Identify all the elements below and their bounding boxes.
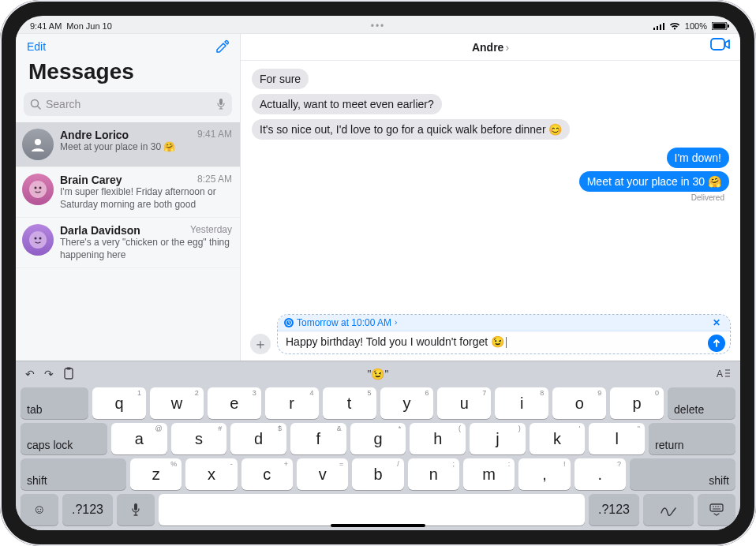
send-button[interactable] [708,335,725,352]
wifi-icon [669,22,680,30]
conversation-item[interactable]: Brain Carey 8:25 AM I'm super flexible! … [16,167,240,218]
caps-lock-key[interactable]: caps lock [21,423,107,454]
search-input[interactable]: Search [24,92,232,116]
numeric-key-left[interactable]: .?123 [62,494,113,525]
key-u[interactable]: 7u [437,387,491,419]
key-n[interactable]: ;n [408,458,459,490]
chevron-right-icon: › [395,318,397,327]
return-key[interactable]: return [649,423,735,454]
space-key[interactable] [159,494,585,525]
keyboard-suggestion[interactable]: "😉" [368,368,389,380]
message-input[interactable]: Happy birthday! Told you I wouldn't forg… [278,331,730,353]
outgoing-message[interactable]: I'm down! [667,148,729,168]
dismiss-keyboard-key[interactable] [698,494,735,525]
key-c[interactable]: +c [241,458,293,490]
svg-point-18 [286,320,292,325]
key-l[interactable]: "l [589,423,645,454]
conversation-name: Andre Lorico [60,129,129,141]
status-bar: 9:41 AM Mon Jun 10 ••• 100% [16,16,740,33]
cancel-schedule-button[interactable]: ✕ [709,317,724,328]
svg-point-13 [39,187,42,189]
redo-icon[interactable]: ↷ [44,368,54,380]
key-z[interactable]: %z [130,458,182,490]
svg-rect-23 [710,504,723,511]
key-j[interactable]: )j [470,423,526,454]
svg-point-10 [35,139,41,145]
conversation-name: Darla Davidson [60,224,140,237]
microphone-icon[interactable] [216,98,226,110]
edit-button[interactable]: Edit [27,40,46,53]
undo-icon[interactable]: ↶ [25,368,35,380]
conversation-item[interactable]: Darla Davidson Yesterday There's a very … [16,218,240,268]
emoji-key[interactable]: ☺ [21,494,58,525]
conversation-title: Andre [472,41,503,54]
avatar [22,129,54,160]
battery-percent: 100% [685,21,707,31]
search-icon [30,99,41,110]
key-r[interactable]: 4r [265,387,319,419]
svg-rect-2 [660,24,661,30]
key-w[interactable]: 2w [150,387,204,419]
scheduled-send-banner[interactable]: Tomorrow at 10:00 AM › ✕ [278,315,730,331]
text-format-icon[interactable]: A [717,368,731,381]
conversation-item[interactable]: Andre Lorico 9:41 AM Meet at your place … [16,122,240,167]
key-period[interactable]: ?. [574,458,626,490]
key-p[interactable]: 0p [610,387,664,419]
incoming-message[interactable]: Actually, want to meet even earlier? [252,94,442,114]
svg-rect-19 [65,368,73,379]
message-input-text: Happy birthday! Told you I wouldn't forg… [286,335,504,348]
status-date: Mon Jun 10 [66,21,111,31]
dictation-key[interactable] [117,494,155,525]
cellular-signal-icon [653,22,664,30]
key-o[interactable]: 9o [552,387,606,419]
conversation-preview: I'm super flexible! Friday afternoon or … [60,186,232,211]
shift-key-right[interactable]: shift [630,458,735,490]
key-a[interactable]: @a [111,423,167,454]
key-y[interactable]: 6y [380,387,434,419]
scheduled-time: Tomorrow at 10:00 AM [297,317,391,328]
key-k[interactable]: 'k [530,423,586,454]
conversation-pane: Andre › For sure Actually, want to meet … [241,34,740,361]
sidebar: Edit Messages Search [16,34,241,361]
conversation-header[interactable]: Andre › [241,34,740,61]
key-q[interactable]: 1q [92,387,146,419]
page-title: Messages [16,59,240,89]
key-f[interactable]: &f [290,423,346,454]
svg-rect-6 [728,24,729,28]
key-b[interactable]: /b [352,458,403,490]
incoming-message[interactable]: It's so nice out, I'd love to go for a q… [252,119,570,140]
delete-key[interactable]: delete [668,387,735,419]
shift-key-left[interactable]: shift [21,458,126,490]
svg-point-16 [39,237,42,240]
incoming-message[interactable]: For sure [252,69,309,89]
svg-text:A: A [717,368,723,379]
plus-button[interactable]: ＋ [250,334,271,354]
key-t[interactable]: 5t [323,387,376,419]
key-s[interactable]: #s [171,423,227,454]
compose-box: Tomorrow at 10:00 AM › ✕ Happy birthday!… [277,314,731,354]
multitask-dots-icon[interactable]: ••• [371,21,386,32]
key-comma[interactable]: !, [518,458,570,490]
tab-key[interactable]: tab [21,387,88,419]
key-e[interactable]: 3e [208,387,261,419]
compose-icon[interactable] [215,39,230,54]
conversation-name: Brain Carey [60,174,122,186]
home-indicator[interactable] [331,524,425,527]
svg-point-12 [35,187,37,189]
key-x[interactable]: -x [185,458,237,490]
key-h[interactable]: (h [410,423,466,454]
facetime-icon[interactable] [710,37,731,54]
message-thread[interactable]: For sure Actually, want to meet even ear… [241,61,740,309]
avatar [22,224,54,256]
key-m[interactable]: :m [463,458,515,490]
key-v[interactable]: =v [297,458,348,490]
key-d[interactable]: $d [230,423,286,454]
outgoing-message[interactable]: Meet at your place in 30 🤗 [579,171,729,192]
numeric-key-right[interactable]: .?123 [589,494,639,525]
handwriting-key[interactable] [643,494,694,525]
clipboard-icon[interactable] [63,367,74,382]
key-i[interactable]: 8i [495,387,548,419]
key-g[interactable]: *g [350,423,406,454]
ipad-frame: 9:41 AM Mon Jun 10 ••• 100% Edit [0,0,756,546]
compose-area: ＋ Tomorrow at 10:00 AM › ✕ Happy [250,314,731,354]
